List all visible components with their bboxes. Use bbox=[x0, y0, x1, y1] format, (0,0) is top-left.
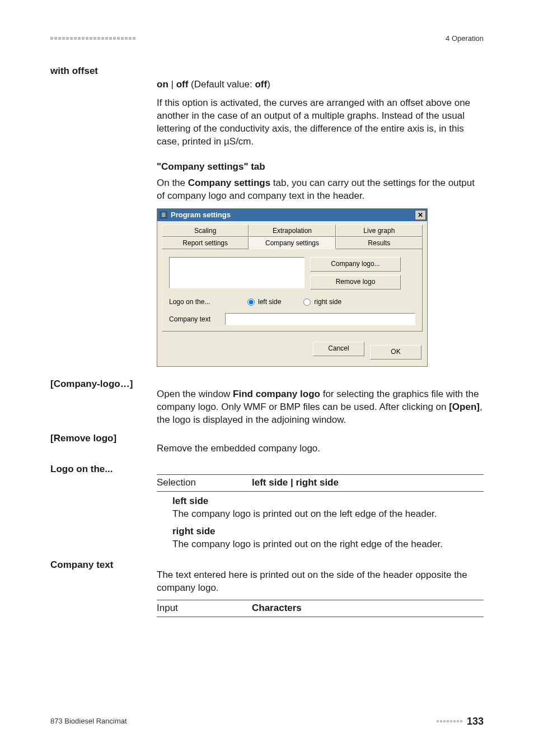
footer-product: 873 Biodiesel Rancimat bbox=[50, 716, 127, 726]
header-dots-left bbox=[50, 37, 135, 40]
remove-logo-button[interactable]: Remove logo bbox=[310, 275, 401, 290]
company-text-input[interactable] bbox=[225, 313, 415, 325]
company-logo-button[interactable]: Company logo... bbox=[310, 257, 401, 272]
header-chapter: 4 Operation bbox=[446, 34, 484, 44]
tab-company-settings[interactable]: Company settings bbox=[249, 237, 335, 249]
dialog-app-icon: ≣ bbox=[160, 211, 167, 219]
radio-right-side[interactable]: right side bbox=[303, 297, 341, 306]
company-text-label: Company text bbox=[169, 315, 218, 324]
opt-left-side-title: left side bbox=[172, 495, 484, 508]
tab-report-settings[interactable]: Report settings bbox=[162, 237, 249, 249]
def-label-logo-on: Logo on the... bbox=[50, 463, 157, 551]
program-settings-dialog: ≣ Program settings ✕ Scaling Extrapolati… bbox=[157, 208, 428, 367]
company-settings-intro: On the Company settings tab, you can car… bbox=[157, 177, 484, 203]
tab-live-graph[interactable]: Live graph bbox=[336, 225, 423, 237]
dialog-title: Program settings bbox=[171, 210, 231, 220]
def-label-company-text: Company text bbox=[50, 559, 157, 618]
tab-results[interactable]: Results bbox=[336, 237, 423, 249]
def-label-company-logo: [Company-logo…] bbox=[50, 378, 157, 427]
ok-button[interactable]: OK bbox=[370, 345, 421, 360]
opt-right-side-desc: The company logo is printed out on the r… bbox=[172, 538, 484, 551]
radio-right-side-input[interactable] bbox=[303, 298, 311, 306]
footer-page-number: 133 bbox=[467, 715, 484, 728]
logo-on-label: Logo on the... bbox=[169, 297, 225, 306]
page-footer: 873 Biodiesel Rancimat 133 bbox=[50, 715, 484, 728]
close-icon[interactable]: ✕ bbox=[415, 210, 426, 220]
company-settings-heading: "Company settings" tab bbox=[157, 161, 484, 174]
cancel-button[interactable]: Cancel bbox=[313, 342, 364, 356]
def-text-remove-logo: Remove the embedded company logo. bbox=[157, 432, 484, 455]
radio-left-side-input[interactable] bbox=[247, 298, 255, 306]
dialog-titlebar: ≣ Program settings ✕ bbox=[157, 209, 427, 221]
tab-extrapolation[interactable]: Extrapolation bbox=[249, 225, 335, 237]
selection-line-logo-on: Selection left side | right side bbox=[157, 474, 484, 492]
def-text-company-logo: Open the window Find company logo for se… bbox=[157, 378, 484, 427]
tab-scaling[interactable]: Scaling bbox=[162, 225, 249, 237]
top-bar: 4 Operation bbox=[50, 34, 484, 44]
with-offset-value: on | off (Default value: off) bbox=[157, 78, 484, 91]
radio-left-side[interactable]: left side bbox=[247, 297, 281, 306]
opt-left-side-desc: The company logo is printed out on the l… bbox=[172, 508, 484, 521]
with-offset-desc: If this option is activated, the curves … bbox=[157, 97, 484, 148]
def-label-remove-logo: [Remove logo] bbox=[50, 432, 157, 455]
company-text-desc: The text entered here is printed out on … bbox=[157, 569, 484, 595]
footer-dots bbox=[437, 720, 462, 722]
input-line-company-text: Input Characters bbox=[157, 600, 484, 617]
field-label-with-offset: with offset bbox=[50, 65, 157, 78]
opt-right-side-title: right side bbox=[172, 525, 484, 538]
logo-preview bbox=[169, 257, 305, 288]
